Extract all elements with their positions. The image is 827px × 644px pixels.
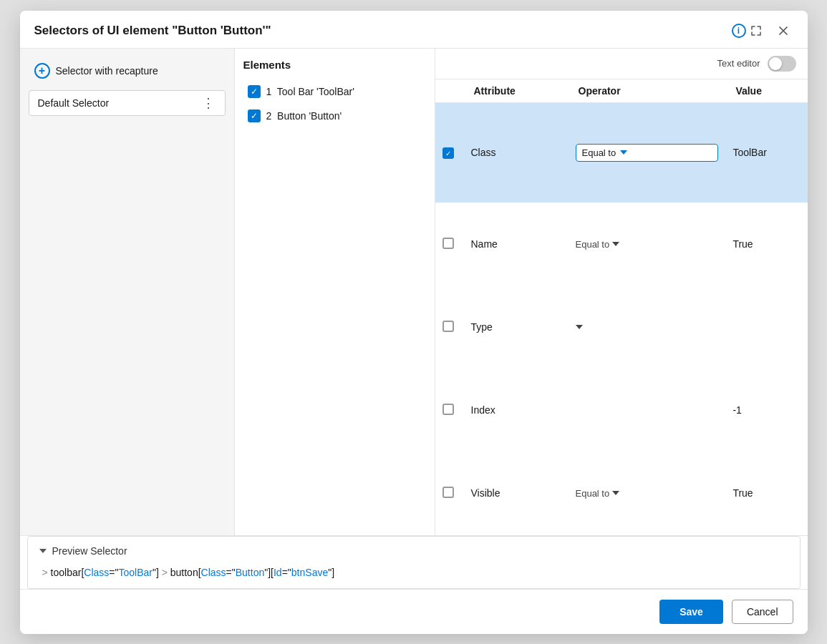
right-panel: Text editor Attribute Operator Value — [435, 49, 808, 535]
preview-tag-toolbar: toolbar — [51, 567, 82, 578]
table-row: Visible Equal to True — [435, 452, 808, 535]
preview-val-toolbar: ToolBar — [118, 567, 152, 578]
row1-check-cell: ✓ — [435, 102, 464, 203]
row3-checkbox[interactable] — [442, 321, 454, 332]
preview-attr-class2: Class — [201, 567, 226, 578]
preview-bracket-4: "][ — [264, 567, 274, 578]
save-button[interactable]: Save — [659, 600, 723, 624]
attributes-table: Attribute Operator Value ✓ Class — [435, 79, 808, 535]
preview-header[interactable]: Preview Selector — [28, 537, 800, 562]
row3-value — [725, 286, 807, 369]
row5-attribute: Visible — [464, 452, 569, 535]
text-editor-label: Text editor — [717, 58, 760, 69]
element-label-2: 2 Button 'Button' — [266, 110, 342, 122]
row1-value: ToolBar — [725, 102, 807, 203]
row2-value: True — [725, 203, 807, 286]
cancel-button[interactable]: Cancel — [732, 600, 793, 624]
row3-check-cell — [435, 286, 464, 369]
expand-button[interactable] — [746, 21, 766, 41]
row3-attribute: Type — [464, 286, 569, 369]
add-selector-button[interactable]: + Selector with recapture — [29, 59, 226, 83]
preview-attr-id: Id — [274, 567, 282, 578]
dialog-header: Selectors of UI element "Button 'Button'… — [20, 11, 808, 49]
table-row: Name Equal to True — [435, 203, 808, 286]
table-row: Index -1 — [435, 369, 808, 452]
preview-gt-1: > — [42, 567, 51, 578]
row2-operator-select[interactable]: Equal to — [576, 239, 719, 250]
row3-operator — [569, 286, 726, 369]
th-value: Value — [725, 79, 807, 103]
element-row-1[interactable]: ✓ 1 Tool Bar 'ToolBar' — [243, 79, 426, 104]
dialog-title: Selectors of UI element "Button 'Button'… — [34, 24, 725, 38]
th-attribute: Attribute — [464, 79, 569, 103]
element-checkbox-2[interactable]: ✓ — [248, 109, 261, 122]
preview-chevron-icon — [39, 549, 47, 553]
preview-eq-2: =" — [226, 567, 236, 578]
selector-item-label: Default Selector — [38, 97, 110, 109]
plus-circle-icon: + — [34, 63, 50, 79]
row2-operator: Equal to — [569, 203, 726, 286]
row5-operator-value: Equal to — [576, 488, 610, 499]
row2-attribute: Name — [464, 203, 569, 286]
right-panel-header: Text editor — [435, 49, 808, 79]
row3-operator-chevron — [576, 325, 583, 329]
middle-panel: Elements ✓ 1 Tool Bar 'ToolBar' ✓ 2 Butt… — [235, 49, 435, 535]
row2-check-cell — [435, 203, 464, 286]
selector-item-menu-button[interactable]: ⋮ — [200, 97, 216, 109]
th-operator: Operator — [569, 79, 726, 103]
row2-checkbox[interactable] — [442, 238, 454, 249]
preview-section: Preview Selector > toolbar[Class="ToolBa… — [20, 535, 808, 589]
elements-heading: Elements — [243, 59, 426, 71]
row1-operator-chevron — [620, 150, 627, 155]
row1-operator: Equal to — [569, 102, 726, 203]
preview-val-button: Button — [236, 567, 264, 578]
row4-operator — [569, 369, 726, 452]
close-button[interactable] — [773, 21, 793, 41]
text-editor-toggle[interactable] — [768, 56, 796, 72]
selector-item[interactable]: Default Selector ⋮ — [29, 90, 226, 116]
element-row-2[interactable]: ✓ 2 Button 'Button' — [243, 104, 426, 128]
row1-operator-value: Equal to — [582, 147, 616, 158]
header-actions — [746, 21, 793, 41]
row5-operator: Equal to — [569, 452, 726, 535]
row5-operator-chevron — [612, 491, 619, 495]
row1-checkbox[interactable]: ✓ — [442, 147, 454, 159]
row5-checkbox[interactable] — [442, 487, 454, 498]
row4-checkbox[interactable] — [442, 404, 454, 415]
row4-check-cell — [435, 369, 464, 452]
row5-check-cell — [435, 452, 464, 535]
toggle-knob — [769, 57, 782, 70]
table-row: Type — [435, 286, 808, 369]
table-header-row: Attribute Operator Value — [435, 79, 808, 103]
table-row: ✓ Class Equal to ToolBar — [435, 102, 808, 203]
row1-attribute: Class — [464, 102, 569, 203]
selectors-dialog: Selectors of UI element "Button 'Button'… — [20, 11, 808, 634]
preview-content: > toolbar[Class="ToolBar"] > button[Clas… — [28, 562, 800, 588]
dialog-footer: Save Cancel — [20, 589, 808, 634]
preview-bracket-2: "] — [153, 567, 162, 578]
element-checkbox-1[interactable]: ✓ — [248, 85, 261, 98]
preview-heading: Preview Selector — [52, 545, 127, 557]
left-panel: + Selector with recapture Default Select… — [20, 49, 235, 535]
preview-val-id: btnSave — [291, 567, 328, 578]
row4-value: -1 — [725, 369, 807, 452]
preview-gt-2: > — [162, 567, 170, 578]
dialog-body: + Selector with recapture Default Select… — [20, 49, 808, 535]
row2-operator-chevron — [612, 242, 619, 246]
row1-operator-select[interactable]: Equal to — [576, 144, 719, 162]
th-check — [435, 79, 464, 103]
row3-operator-select[interactable] — [576, 325, 719, 329]
preview-attr-class1: Class — [84, 567, 109, 578]
row5-value: True — [725, 452, 807, 535]
element-label-1: 1 Tool Bar 'ToolBar' — [266, 86, 354, 97]
row5-operator-select[interactable]: Equal to — [576, 488, 719, 499]
preview-eq-3: =" — [282, 567, 291, 578]
row4-attribute: Index — [464, 369, 569, 452]
add-selector-label: Selector with recapture — [56, 65, 158, 77]
row2-operator-value: Equal to — [576, 239, 610, 250]
preview-tag-button: button — [170, 567, 198, 578]
info-icon[interactable]: i — [732, 24, 746, 38]
preview-bracket-5: "] — [328, 567, 334, 578]
preview-eq-1: =" — [109, 567, 118, 578]
